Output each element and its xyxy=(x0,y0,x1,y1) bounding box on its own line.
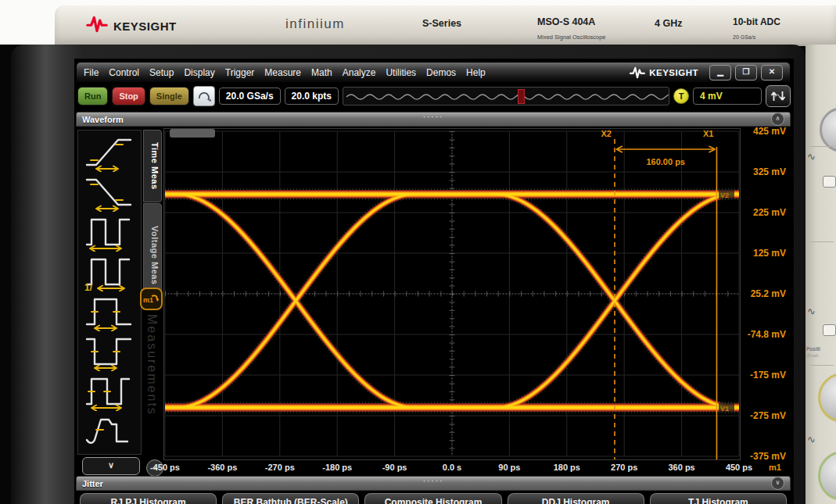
jitter-histogram-buttons: RJ,PJ HistogramBER Bathtub (BER-Scale)Co… xyxy=(76,493,791,504)
drag-handle-dots[interactable]: ····· xyxy=(423,477,444,485)
waveform-panel-title: Waveform xyxy=(82,115,124,124)
minimize-button[interactable]: ▁ xyxy=(709,65,731,80)
jitter-panel-header[interactable]: Jitter ····· ∨ xyxy=(76,476,791,491)
waveform-panel-header[interactable]: Waveform ····· ∧ xyxy=(76,112,791,127)
touch-gesture-button[interactable] xyxy=(193,86,215,106)
x-axis-label: 270 ps xyxy=(611,463,637,472)
maximize-button[interactable]: ❐ xyxy=(735,65,757,80)
y-axis-label: -375 mV xyxy=(750,451,786,462)
measurement-icon-overshoot[interactable] xyxy=(81,411,138,451)
x-axis-label: 450 ps xyxy=(726,463,752,472)
menu-item-display[interactable]: Display xyxy=(184,67,214,78)
brand-text: KEYSIGHT xyxy=(113,20,177,33)
oscilloscope-screenshot: KEYSIGHT infiniium S-Series MSO-S 404A M… xyxy=(0,0,836,504)
trigger-level-field[interactable]: 4 mV xyxy=(693,88,762,105)
svg-text:V1: V1 xyxy=(720,405,729,413)
histogram-button-3[interactable]: Composite Histogram xyxy=(364,493,501,504)
x-axis-label: -360 ps xyxy=(207,463,237,472)
toolbar: Run Stop Single 20.0 GSa/s 20.0 kpts T 4… xyxy=(77,85,791,107)
y-axis-label: 425 mV xyxy=(753,126,786,137)
x-axis-label: 360 ps xyxy=(668,463,694,472)
chevron-up-icon[interactable]: ∧ xyxy=(771,113,784,126)
chevron-down-icon[interactable]: ∨ xyxy=(771,477,784,490)
menu-item-help[interactable]: Help xyxy=(466,67,486,78)
menu-item-measure[interactable]: Measure xyxy=(264,67,301,78)
waveform-area: 1/ ∨ Time Meas Voltage Meas Measurements… xyxy=(76,128,791,474)
x-axis-label: -180 ps xyxy=(322,463,352,472)
histogram-button-5[interactable]: TJ Histogram xyxy=(650,493,787,504)
svg-text:X1: X1 xyxy=(703,129,713,138)
time-axis-labels: -450 ps-360 ps-270 ps-180 ps-90 ps0.0 s9… xyxy=(163,462,741,474)
menu-item-math[interactable]: Math xyxy=(311,67,332,78)
front-panel-knob-scale[interactable] xyxy=(818,451,836,501)
eye-diagram-plot[interactable]: X2X1160.00 psV2V1 xyxy=(163,128,741,460)
measurements-watermark: Measurements xyxy=(145,314,159,416)
front-panel: ∿ ∿ Positi (Push ∿ ∿ xyxy=(806,45,836,504)
drag-handle-dots[interactable]: ····· xyxy=(423,113,444,121)
menubar-right: KEYSIGHT ▁ ❐ ✕ xyxy=(630,65,783,80)
x-axis-label: 180 ps xyxy=(554,463,580,472)
front-panel-label: (Push xyxy=(806,353,819,358)
keysight-brand: KEYSIGHT xyxy=(86,16,177,36)
svg-text:m1: m1 xyxy=(143,296,153,304)
measurement-icon-rise-time[interactable] xyxy=(81,132,138,172)
measurement-icon-negative-width[interactable] xyxy=(81,331,138,371)
x-axis-label: -90 ps xyxy=(382,463,407,472)
measurement-icon-positive-width[interactable] xyxy=(81,291,138,331)
adc-label: 10-bit ADC 20 GSa/s xyxy=(733,14,780,41)
svg-text:V2: V2 xyxy=(720,191,729,199)
gesture-icon xyxy=(197,90,211,102)
x-axis-label: 90 ps xyxy=(498,463,520,472)
menu-item-file[interactable]: File xyxy=(84,67,99,78)
svg-text:1/: 1/ xyxy=(84,282,93,291)
model-label: MSO-S 404A Mixed Signal Oscilloscope xyxy=(537,14,606,41)
vertical-scale-button[interactable] xyxy=(766,85,791,107)
y-axis-label: 25.2 mV xyxy=(751,288,786,299)
product-name: infiniium xyxy=(285,16,345,32)
bandwidth-label: 4 GHz xyxy=(655,18,682,29)
close-button[interactable]: ✕ xyxy=(761,65,783,80)
keysight-logo-menubar: KEYSIGHT xyxy=(630,66,698,79)
m1-marker-handle[interactable]: m1 xyxy=(140,288,163,310)
sample-rate-field[interactable]: 20.0 GSa/s xyxy=(219,88,281,105)
plot-corner-tab[interactable] xyxy=(170,129,215,138)
instrument-bezel: KEYSIGHT infiniium S-Series MSO-S 404A M… xyxy=(55,5,836,46)
trigger-position-marker[interactable] xyxy=(518,89,525,104)
y-axis-label: 125 mV xyxy=(753,248,786,259)
jitter-panel-title: Jitter xyxy=(82,479,103,488)
x-axis-label: 0.0 s xyxy=(443,463,461,472)
front-panel-button[interactable] xyxy=(823,176,836,188)
menu-item-control[interactable]: Control xyxy=(109,67,139,78)
trigger-source-badge[interactable]: T xyxy=(673,88,689,104)
front-panel-label: Positi xyxy=(806,346,820,352)
measurement-icon-frequency[interactable]: 1/ xyxy=(81,252,138,291)
measurement-icon-fall-time[interactable] xyxy=(81,172,138,212)
x-axis-label: -450 ps xyxy=(150,463,180,472)
measurement-icon-period[interactable] xyxy=(81,212,138,252)
histogram-button-4[interactable]: DDJ Histogram xyxy=(508,493,644,504)
single-button[interactable]: Single xyxy=(149,87,189,105)
run-button[interactable]: Run xyxy=(77,87,108,105)
acquisition-preview-strip[interactable] xyxy=(343,87,669,105)
menu-item-analyze[interactable]: Analyze xyxy=(343,67,376,78)
front-panel-knob-position[interactable] xyxy=(818,373,836,423)
menu-items: FileControlSetupDisplayTriggerMeasureMat… xyxy=(84,67,496,78)
y-axis-label: -175 mV xyxy=(750,370,786,381)
screen-bezel: FileControlSetupDisplayTriggerMeasureMat… xyxy=(11,45,806,504)
menu-item-utilities[interactable]: Utilities xyxy=(386,67,416,78)
y-axis-label: -275 mV xyxy=(750,410,786,421)
tab-time-meas[interactable]: Time Meas xyxy=(143,130,162,202)
histogram-button-1[interactable]: RJ,PJ Histogram xyxy=(80,493,217,504)
x-axis-label: -270 ps xyxy=(265,463,295,472)
histogram-button-2[interactable]: BER Bathtub (BER-Scale) xyxy=(222,493,359,504)
front-panel-button[interactable] xyxy=(823,324,836,336)
svg-text:X2: X2 xyxy=(601,129,611,138)
measurement-icon-duty-cycle[interactable] xyxy=(81,371,138,411)
menu-item-setup[interactable]: Setup xyxy=(149,67,174,78)
menu-item-trigger[interactable]: Trigger xyxy=(225,67,255,78)
palette-scroll-down-button[interactable]: ∨ xyxy=(82,457,140,475)
stop-button[interactable]: Stop xyxy=(112,87,145,105)
eye-diagram-svg[interactable]: X2X1160.00 psV2V1 xyxy=(163,128,741,460)
menu-item-demos[interactable]: Demos xyxy=(426,67,456,78)
memory-depth-field[interactable]: 20.0 kpts xyxy=(285,88,339,105)
